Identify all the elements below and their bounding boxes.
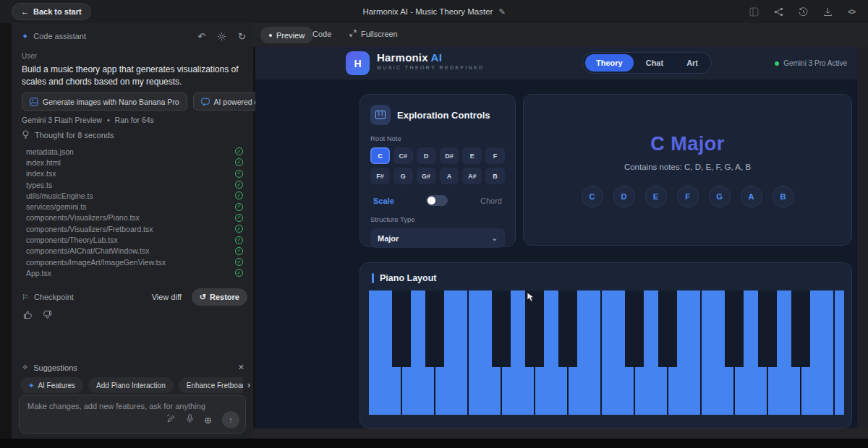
file-row[interactable]: metadata.json✓: [26, 146, 243, 157]
nav-pill-chat[interactable]: Chat: [635, 54, 674, 72]
thumbs-down-icon[interactable]: [43, 309, 52, 322]
file-row[interactable]: components/Visualizers/Fretboard.tsx✓: [26, 223, 243, 234]
note-badge-f[interactable]: F: [677, 186, 699, 207]
scale-chord-toggle[interactable]: [426, 195, 448, 206]
controls-title: Exploration Controls: [397, 110, 490, 121]
edit-title-icon[interactable]: ✎: [498, 7, 505, 17]
note-button-a[interactable]: A: [440, 168, 459, 184]
piano-white-key-c[interactable]: [835, 290, 844, 415]
add-attachment-icon[interactable]: ⊕: [204, 415, 212, 426]
file-name: index.html: [26, 158, 61, 167]
download-icon[interactable]: [823, 7, 833, 17]
piano-black-key[interactable]: [392, 290, 411, 367]
piano-black-key[interactable]: [758, 290, 777, 367]
view-diff-button[interactable]: View diff: [152, 293, 182, 301]
note-button-g#[interactable]: G#: [417, 168, 436, 184]
microphone-icon[interactable]: [186, 413, 194, 426]
right-gutter: [857, 47, 868, 428]
suggestion-chip[interactable]: Enhance Fretboard Visuals: [179, 377, 243, 393]
panel-icon[interactable]: [749, 7, 759, 17]
check-icon: ✓: [235, 225, 243, 233]
run-time: Ran for 64s: [115, 116, 154, 124]
user-prompt-text: Build a music theory app that generates …: [22, 64, 244, 89]
suggestion-chip[interactable]: ✦AI Features: [20, 377, 83, 393]
code-icon[interactable]: <>: [848, 8, 855, 16]
note-badge-a[interactable]: A: [741, 186, 762, 207]
piano-black-key[interactable]: [492, 290, 511, 367]
file-row[interactable]: components/AIChat/ChatWindow.tsx✓: [26, 246, 243, 257]
suggestions-scroll-right-icon[interactable]: ›: [247, 379, 250, 390]
tab-preview[interactable]: Preview: [260, 27, 313, 43]
scale-result-card: C Major Contains notes: C, D, E, F, G, A…: [523, 94, 852, 246]
window-title: Harmonix AI - Music Theory Master: [362, 7, 493, 16]
restore-button[interactable]: ↺ Restore: [192, 288, 247, 306]
nav-pill-theory[interactable]: Theory: [585, 54, 634, 72]
mode-row: Scale Chord: [370, 195, 505, 206]
note-button-f#[interactable]: F#: [370, 168, 390, 184]
file-name: types.ts: [26, 181, 52, 189]
top-bar: Harmonix AI - Music Theory Master ✎ ← Ba…: [0, 0, 868, 23]
send-button[interactable]: ↑: [222, 411, 239, 428]
file-row[interactable]: types.ts✓: [26, 179, 243, 190]
note-badge-b[interactable]: B: [773, 186, 794, 207]
share-icon[interactable]: [774, 7, 783, 17]
piano-black-key[interactable]: [791, 290, 810, 367]
file-row[interactable]: index.html✓: [26, 157, 243, 168]
thumbs-up-icon[interactable]: [23, 309, 33, 322]
chat-input-box[interactable]: Make changes, add new features, ask for …: [19, 395, 246, 434]
active-dot: [269, 34, 272, 37]
chord-label: Chord: [480, 197, 502, 205]
note-button-d#[interactable]: D#: [440, 147, 459, 164]
piano-black-key[interactable]: [425, 290, 444, 367]
note-button-a#[interactable]: A#: [462, 168, 482, 184]
file-name: components/TheoryLab.tsx: [26, 236, 118, 244]
check-icon: ✓: [235, 181, 243, 189]
note-button-c#[interactable]: C#: [393, 147, 413, 164]
refresh-icon[interactable]: ↻: [238, 31, 246, 42]
note-button-g[interactable]: G: [393, 168, 413, 184]
thought-row[interactable]: Thought for 8 seconds: [22, 130, 114, 140]
piano-black-key[interactable]: [558, 290, 577, 367]
note-button-b[interactable]: B: [485, 168, 505, 184]
file-row[interactable]: components/Visualizers/Piano.tsx✓: [26, 212, 243, 223]
fullscreen-button[interactable]: Fullscreen: [349, 30, 398, 38]
user-label: User: [22, 52, 37, 60]
file-row[interactable]: utils/musicEngine.ts✓: [26, 190, 243, 201]
back-to-start-button[interactable]: ← Back to start: [12, 3, 91, 20]
note-button-e[interactable]: E: [462, 147, 482, 164]
nav-pill-art[interactable]: Art: [676, 54, 709, 72]
scale-note-badges: CDEFGAB: [582, 186, 794, 207]
check-icon: ✓: [235, 203, 243, 211]
file-row[interactable]: components/ImageArt/ImageGenView.tsx✓: [26, 257, 243, 267]
piano-black-key[interactable]: [625, 290, 644, 367]
file-row[interactable]: App.tsx✓: [26, 267, 243, 278]
gear-icon[interactable]: [217, 32, 226, 41]
note-badge-d[interactable]: D: [613, 186, 635, 207]
note-button-d[interactable]: D: [417, 147, 436, 164]
model-status: Gemini 3 Pro Active: [775, 47, 847, 79]
prompt-chip[interactable]: Generate images with Nano Banana Pro: [22, 92, 187, 111]
structure-type-select[interactable]: Major ⌄: [370, 228, 505, 248]
piano-black-key[interactable]: [725, 290, 744, 367]
file-row[interactable]: index.tsx✓: [26, 168, 243, 179]
suggestion-chips: ✦AI FeaturesAdd Piano InteractionEnhance…: [20, 377, 243, 396]
suggestion-chip[interactable]: Add Piano Interaction: [88, 377, 174, 393]
note-button-f[interactable]: F: [485, 147, 505, 164]
file-row[interactable]: components/TheoryLab.tsx✓: [26, 234, 243, 245]
check-icon: ✓: [235, 247, 243, 255]
compose-icon[interactable]: [166, 413, 176, 426]
history-icon[interactable]: [799, 7, 808, 17]
file-row[interactable]: services/gemini.ts✓: [26, 201, 243, 212]
piano-black-key[interactable]: [658, 290, 677, 367]
note-badge-e[interactable]: E: [645, 186, 667, 207]
note-badge-g[interactable]: G: [709, 186, 731, 207]
undo-icon[interactable]: ↶: [197, 31, 205, 42]
file-name: metadata.json: [26, 147, 74, 156]
close-suggestions-icon[interactable]: ✕: [238, 363, 244, 372]
note-badge-c[interactable]: C: [582, 186, 603, 207]
tab-code[interactable]: Code: [312, 30, 331, 38]
file-name: utils/musicEngine.ts: [26, 191, 93, 200]
note-button-c[interactable]: C: [370, 147, 390, 164]
check-icon: ✓: [235, 258, 243, 266]
scale-label: Scale: [373, 197, 394, 205]
